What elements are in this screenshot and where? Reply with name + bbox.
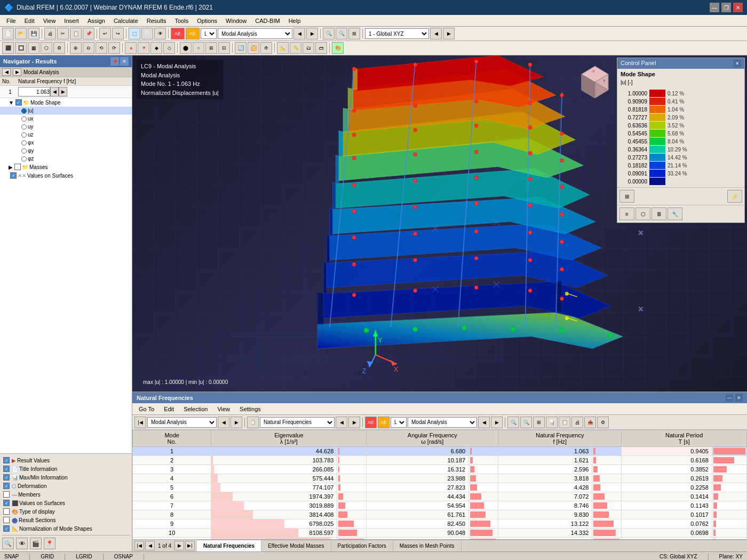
viewport-3d[interactable]: LC9 - Modal Analysis Modal Analysis Mode… [132, 55, 747, 391]
tb2-15[interactable]: ○ [193, 42, 204, 54]
nav-mode-phix[interactable]: φx [0, 139, 132, 147]
nav-bottom-result-sections[interactable]: ⬤ Result Sections [2, 516, 130, 524]
tb-redo[interactable]: ↪ [112, 28, 124, 39]
results-table-container[interactable]: ModeNo. Eigenvalueλ [1/s²] Angular Frequ… [132, 430, 747, 539]
close-button[interactable]: ✕ [733, 3, 743, 12]
rt-btn5[interactable]: 📋 [559, 417, 570, 428]
tb-zoom-in[interactable]: 🔍 [323, 28, 335, 39]
rt-first[interactable]: |◀ [134, 417, 146, 428]
tb2-4[interactable]: ⬡ [41, 42, 52, 54]
tab-natural-freq[interactable]: Natural Frequencies [197, 540, 261, 551]
freq-value-input[interactable] [18, 87, 50, 97]
cp-tab-4[interactable]: 🔧 [667, 207, 682, 220]
mode-shape-checkbox[interactable]: ✓ [15, 99, 22, 106]
radio-uy[interactable] [21, 124, 27, 130]
menu-results[interactable]: Results [142, 17, 171, 25]
tb2-20[interactable]: ⟰ [260, 42, 272, 54]
cp-scale-btn[interactable]: ⚡ [727, 190, 742, 203]
results-menu-settings[interactable]: Settings [235, 405, 265, 413]
mem-checkbox[interactable] [3, 491, 10, 498]
rt-type-prev[interactable]: ◀ [336, 417, 347, 428]
rt-btn4[interactable]: 📊 [546, 417, 558, 428]
tb2-17[interactable]: ⊟ [218, 42, 230, 54]
radio-uz[interactable] [21, 132, 27, 138]
results-menu-goto[interactable]: Go To [134, 405, 158, 413]
minimize-button[interactable]: — [710, 3, 719, 12]
tb-select[interactable]: ⬚ [129, 28, 140, 39]
cp-tab-2[interactable]: ⬡ [635, 207, 650, 220]
table-row[interactable]: 5774.10727.8234.4280.2258 [133, 483, 747, 492]
tb-save[interactable]: 💾 [28, 28, 39, 39]
tb-open[interactable]: 📂 [15, 28, 27, 39]
menu-insert[interactable]: Insert [60, 17, 83, 25]
nav-controls[interactable]: 📌 ✕ [110, 57, 129, 66]
rt-btn6[interactable]: 🖨 [571, 417, 583, 428]
tb2-3[interactable]: ▦ [28, 42, 39, 54]
table-row[interactable]: 2103.78310.1871.6210.6168 [133, 456, 747, 465]
tb-move[interactable]: ⬜ [141, 28, 153, 39]
nav-action-3[interactable]: 🎬 [30, 538, 42, 549]
masses-checkbox[interactable] [14, 164, 21, 170]
nav-values-surfaces[interactable]: ✓ ✕✕ Values on Surfaces [0, 171, 132, 180]
menu-window[interactable]: Window [221, 17, 251, 25]
menu-file[interactable]: File [2, 17, 20, 25]
rt-btn8[interactable]: ⚙ [597, 417, 609, 428]
rt-btn2[interactable]: 🔍 [520, 417, 532, 428]
menu-help[interactable]: Help [284, 17, 305, 25]
rt-prev[interactable]: ◀ [218, 417, 229, 428]
table-row[interactable]: 4575.44423.9883.8180.2619 [133, 474, 747, 483]
rt-analysis-select[interactable]: Modal Analysis [147, 417, 217, 428]
nav-fwd-btn[interactable]: ▶ [13, 68, 21, 76]
tb-copy[interactable]: 📋 [70, 28, 82, 39]
nav-bottom-members[interactable]: — Members [2, 490, 130, 499]
tb-print[interactable]: 🖨 [44, 28, 56, 39]
rt-btn7[interactable]: 📤 [584, 417, 596, 428]
rt-lc-select[interactable]: LC9 [391, 417, 407, 428]
rv-checkbox[interactable]: ✓ [3, 457, 10, 463]
tb2-22[interactable]: 📏 [290, 42, 301, 54]
norm-checkbox[interactable]: ✓ [3, 525, 10, 532]
nav-tree[interactable]: No. Natural Frequency f [Hz] 1 ◀ ▶ ▼ ✓ 📁… [0, 77, 132, 453]
tb-undo[interactable]: ↩ [99, 28, 111, 39]
results-minimize-btn[interactable]: — [726, 394, 733, 402]
nav-mode-ux[interactable]: ux [0, 115, 132, 123]
menu-options[interactable]: Options [193, 17, 221, 25]
nav-bottom-values-surfaces[interactable]: ✓ ⬛ Values on Surfaces [2, 499, 130, 507]
table-row[interactable]: 108108.59790.04814.3320.0698 [133, 529, 747, 538]
page-prev-btn[interactable]: ◀ [145, 541, 155, 550]
menu-calculate[interactable]: Calculate [109, 17, 142, 25]
cp-tab-1[interactable]: ≡ [619, 207, 634, 220]
tab-masses-mesh[interactable]: Masses in Mesh Points [393, 540, 462, 551]
nav-bottom-type-display[interactable]: 🎨 Type of display [2, 507, 130, 516]
cp-tab-3[interactable]: ≣ [651, 207, 666, 220]
table-row[interactable]: 73019.88954.9548.7460.1143 [133, 501, 747, 510]
nav-action-2[interactable]: 👁 [16, 538, 28, 549]
rt-anal-next[interactable]: ▶ [491, 417, 503, 428]
page-last-btn[interactable]: ▶| [185, 541, 195, 550]
tb2-9[interactable]: ⟳ [108, 42, 120, 54]
tb-new[interactable]: 📄 [2, 28, 14, 39]
nav-mode-uy[interactable]: uy [0, 123, 132, 131]
tb-cs-next[interactable]: ▶ [443, 28, 455, 39]
values-surfaces-checkbox[interactable]: ✓ [10, 172, 17, 179]
results-tab-bar[interactable]: Natural Frequencies Effective Modal Mass… [197, 540, 747, 551]
tb2-24[interactable]: 🗃 [315, 42, 327, 54]
analysis-type-select[interactable]: Modal Analysis [218, 28, 292, 39]
tb2-7[interactable]: ⊖ [83, 42, 94, 54]
table-row[interactable]: 144.6286.6801.0630.9405 [133, 447, 747, 456]
radio-ux[interactable] [21, 116, 27, 122]
menu-view[interactable]: View [39, 17, 60, 25]
nav-bottom-deformation[interactable]: ✓ ⬡ Deformation [2, 482, 130, 490]
results-menu-view[interactable]: View [213, 405, 234, 413]
tb2-11[interactable]: 🔻 [138, 42, 149, 54]
freq-nav-prev[interactable]: ◀ [50, 87, 59, 97]
cp-table-btn[interactable]: ⊞ [619, 190, 634, 203]
tb2-6[interactable]: ⊕ [70, 42, 82, 54]
nav-mode-phiz[interactable]: φz [0, 155, 132, 163]
table-row[interactable]: 61974.39744.4347.0720.1414 [133, 492, 747, 501]
nav-masses[interactable]: ▶ 📁 Masses [0, 163, 132, 171]
nav-bottom-title-info[interactable]: ✓ 📄 Title Information [2, 465, 130, 473]
rt-anal-prev[interactable]: ◀ [478, 417, 490, 428]
freq-nav-next[interactable]: ▶ [59, 87, 67, 97]
rt-analysis2-select[interactable]: Modal Analysis [408, 417, 477, 428]
